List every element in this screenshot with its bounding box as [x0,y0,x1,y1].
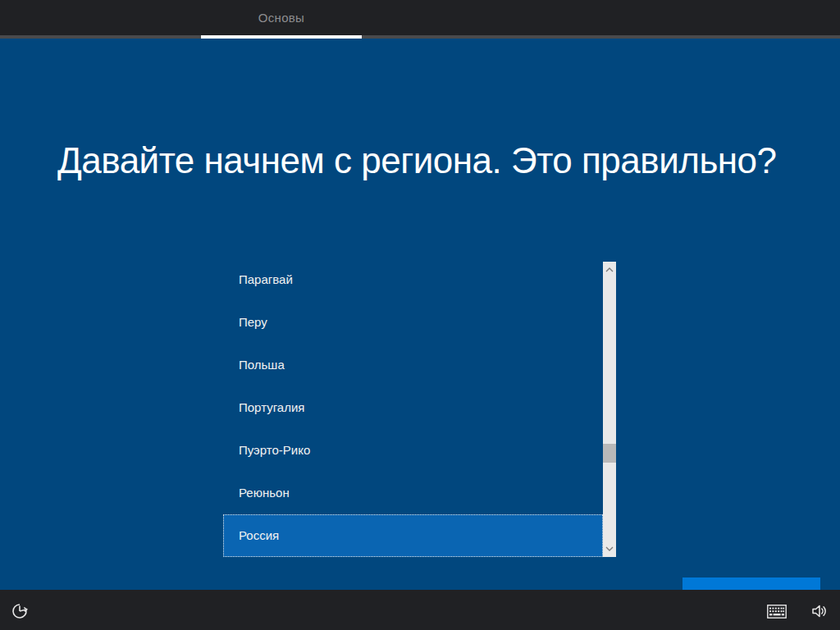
tab-basics-label: Основы [258,11,304,25]
main-content: Давайте начнем с региона. Это правильно?… [0,39,840,590]
region-list-item[interactable]: Пуэрто-Рико [223,429,603,472]
keyboard-icon [767,605,787,619]
tab-basics: Основы [201,0,362,35]
ease-of-access-button[interactable] [8,600,31,623]
scrollbar-thumb[interactable] [603,444,616,463]
region-list-item[interactable]: Парагвай [223,258,603,301]
region-list: Парагвай Перу Польша Португалия Пуэрто-Р… [223,258,603,557]
page-title: Давайте начнем с региона. Это правильно? [57,140,796,181]
volume-icon [810,602,828,620]
region-list-scrollbar[interactable] [603,262,616,557]
keyboard-button[interactable] [765,601,789,621]
region-list-item-selected[interactable]: Россия [223,514,603,557]
region-list-item[interactable]: Польша [223,344,603,386]
region-list-item[interactable]: Португалия [223,386,603,429]
top-bar [0,0,840,35]
ease-of-access-icon [11,602,29,620]
scrollbar-up-arrow-icon[interactable] [603,263,616,276]
scrollbar-down-arrow-icon[interactable] [603,542,616,555]
volume-button[interactable] [807,600,830,623]
oobe-region-screen: { "header": { "tab_label": "Основы" }, "… [0,0,840,630]
region-list-item[interactable]: Перу [223,301,603,344]
region-list-item[interactable]: Реюньон [223,472,603,514]
bottom-bar [0,590,840,630]
